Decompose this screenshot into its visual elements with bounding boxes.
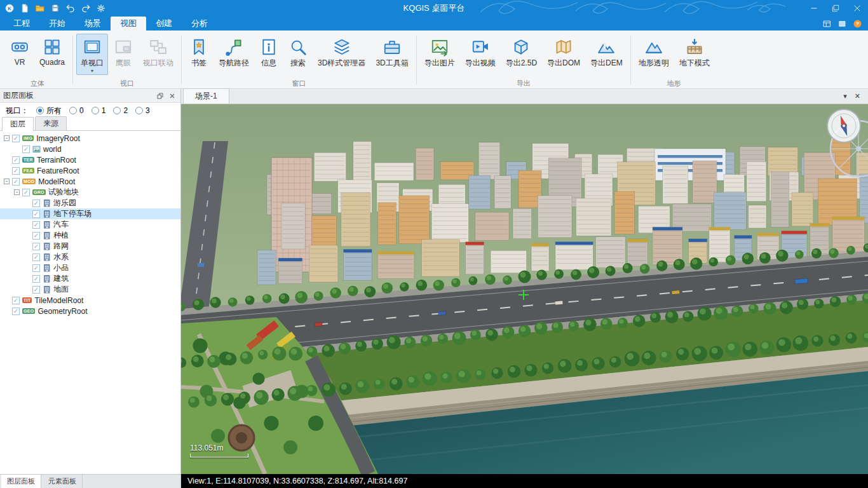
scene-tab[interactable]: 场景-1 (183, 88, 229, 104)
export-dom-button[interactable]: 导出DOM (543, 34, 585, 71)
status-coordinates: View:1, E:114.8107039, N:33.6607338, Z:8… (187, 477, 407, 485)
viewport-radio-所有[interactable]: 所有 (36, 105, 62, 116)
tree-expander-icon[interactable]: - (4, 135, 10, 141)
layer-tree-item[interactable]: ✓汽车 (0, 219, 180, 230)
scene-tab-list-button[interactable]: ▾ (843, 92, 847, 100)
bookmark-button[interactable]: 书签 (185, 34, 213, 71)
layer-tree-item[interactable]: -✓MODModelRoot (0, 176, 180, 187)
settings-button[interactable] (94, 1, 108, 15)
panel-tab-图层[interactable]: 图层 (2, 117, 34, 131)
export-video-button[interactable]: 导出视频 (461, 34, 500, 71)
export-25d-button[interactable]: 导出2.5D (501, 34, 541, 71)
layer-checkbox[interactable]: ✓ (32, 232, 40, 240)
menu-tab-创建[interactable]: 创建 (146, 17, 182, 30)
viewport-radio-2[interactable]: 2 (113, 105, 128, 116)
layer-checkbox[interactable]: ✓ (32, 275, 40, 283)
layer-tree-item[interactable]: -✓GRO试验地块 (0, 187, 180, 198)
layer-checkbox[interactable]: ✓ (12, 156, 20, 164)
underground-mode-button[interactable]: 地下模式 (675, 34, 714, 71)
switch-window-button[interactable] (836, 18, 848, 29)
layer-name: 试验地块 (48, 187, 79, 198)
layer-checkbox[interactable]: ✓ (32, 200, 40, 207)
vr-icon (10, 37, 29, 57)
layer-checkbox[interactable]: ✓ (32, 210, 40, 218)
search-button[interactable]: 搜索 (284, 34, 312, 71)
new-doc-button[interactable] (18, 1, 32, 15)
compass-control[interactable] (827, 109, 860, 142)
radio-label: 1 (102, 106, 106, 115)
redo-button[interactable] (79, 1, 93, 15)
layer-checkbox[interactable]: ✓ (12, 178, 20, 186)
layer-tree-item[interactable]: ✓TERTerrainRoot (0, 154, 180, 165)
vr-button[interactable]: VR (6, 34, 34, 69)
layer-checkbox[interactable]: ✓ (12, 135, 20, 142)
layer-checkbox[interactable]: ✓ (32, 264, 40, 272)
layer-tree-item[interactable]: ✓小品 (0, 262, 180, 273)
scale-bar: 113.051m (190, 444, 248, 458)
close-button[interactable] (846, 0, 868, 17)
layer-checkbox[interactable]: ✓ (12, 167, 20, 175)
layer-tree-item[interactable]: ✓world (0, 144, 180, 154)
layer-tree-item[interactable]: ✓路网 (0, 241, 180, 252)
tree-expander-icon[interactable]: - (4, 179, 10, 184)
style-manager-button[interactable]: 3D样式管理器 (313, 34, 370, 71)
viewport-radio-1[interactable]: 1 (92, 105, 106, 116)
bottom-tab-图层面板[interactable]: 图层面板 (1, 475, 41, 488)
layer-name: TerrainRoot (37, 156, 76, 165)
terrain-transparent-button[interactable]: 地形透明 (634, 34, 674, 71)
layer-tree-item[interactable]: ✓FEAFeatureRoot (0, 165, 180, 176)
scene-tab-close-button[interactable]: ✕ (855, 92, 860, 100)
layer-checkbox[interactable]: ✓ (32, 243, 40, 250)
panel-close-button[interactable] (167, 91, 177, 101)
layer-checkbox[interactable]: ✓ (12, 308, 20, 315)
layer-tree-item[interactable]: ✓地下停车场 (0, 208, 180, 219)
layer-type-badge: GRO (32, 189, 46, 195)
menu-tab-开始[interactable]: 开始 (39, 17, 75, 30)
layer-checkbox[interactable]: ✓ (32, 286, 40, 294)
layer-tree-item[interactable]: ✓TITTileModelRoot (0, 295, 180, 306)
bottom-tab-元素面板[interactable]: 元素面板 (43, 475, 83, 488)
panel-float-button[interactable] (155, 91, 165, 101)
tree-expander-icon[interactable]: - (14, 189, 20, 195)
layer-tree-item[interactable]: ✓地面 (0, 284, 180, 295)
layer-tree[interactable]: -✓IMGImageryRoot✓world✓TERTerrainRoot✓FE… (0, 131, 180, 474)
undo-button[interactable] (64, 1, 78, 15)
menu-tab-工程[interactable]: 工程 (4, 17, 39, 30)
layer-name: 地下停车场 (53, 208, 92, 219)
scene-3d-render[interactable] (181, 104, 868, 474)
minimize-button[interactable] (803, 0, 825, 17)
viewport-radio-0[interactable]: 0 (69, 105, 84, 116)
menu-tab-分析[interactable]: 分析 (182, 17, 217, 30)
help-button[interactable]: ? (851, 18, 863, 29)
eagle-eye-button[interactable]: 鹰眼 (109, 34, 137, 71)
open-button[interactable] (33, 1, 47, 15)
layer-tree-item[interactable]: ✓GEOGeometryRoot (0, 306, 180, 316)
save-button[interactable] (48, 1, 62, 15)
layer-checkbox[interactable]: ✓ (12, 297, 20, 304)
menu-tab-视图[interactable]: 视图 (111, 17, 146, 30)
menu-tab-场景[interactable]: 场景 (75, 17, 111, 30)
layer-tree-item[interactable]: ✓种植 (0, 230, 180, 241)
layer-checkbox[interactable]: ✓ (32, 254, 40, 261)
layer-tree-item[interactable]: ✓建筑 (0, 273, 180, 284)
scene-3d-viewport[interactable]: 113.051m (181, 104, 868, 474)
toolbox-button[interactable]: 3D工具箱 (371, 34, 412, 71)
viewport-link-button[interactable]: 视口联动 (139, 34, 178, 71)
layer-tree-item[interactable]: ✓水系 (0, 252, 180, 262)
panel-tab-来源[interactable]: 来源 (35, 116, 67, 130)
viewport-radio-3[interactable]: 3 (135, 105, 150, 116)
maximize-button[interactable] (825, 0, 846, 17)
dropdown-caret-icon[interactable]: ▾ (91, 69, 93, 73)
single-viewport-button[interactable]: 单视口▾ (76, 34, 108, 75)
export-dem-button[interactable]: 导出DEM (586, 34, 627, 71)
nav-route-button[interactable]: 导航路径 (214, 34, 254, 71)
quadra-button[interactable]: Quadra (35, 34, 69, 69)
layer-checkbox[interactable]: ✓ (22, 189, 30, 196)
export-image-button[interactable]: 导出图片 (420, 34, 459, 71)
layout-button[interactable] (821, 18, 832, 29)
layer-tree-item[interactable]: -✓IMGImageryRoot (0, 133, 180, 144)
info-button[interactable]: 信息 (255, 34, 283, 71)
layer-checkbox[interactable]: ✓ (22, 146, 30, 153)
layer-tree-item[interactable]: ✓游乐园 (0, 198, 180, 208)
layer-checkbox[interactable]: ✓ (32, 221, 40, 229)
